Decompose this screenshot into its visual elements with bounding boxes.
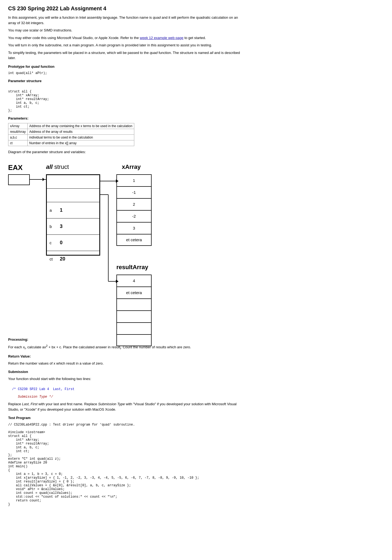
result-cell	[116, 298, 152, 310]
test-heading: Test Program	[8, 415, 241, 421]
intro-paragraph-5: To simplify testing, the parameters will…	[8, 50, 241, 61]
result-cell	[116, 310, 152, 322]
all-struct-label: all struct	[46, 163, 69, 170]
result-label: resultArray	[116, 264, 148, 271]
eax-label: EAX	[8, 163, 22, 172]
struct-row-b: b 3	[47, 218, 99, 235]
page-title: CS 230 Spring 2022 Lab Assignment 4	[8, 5, 241, 12]
xarray-cell: 1	[116, 174, 152, 186]
result-cell	[116, 334, 152, 346]
eax-box	[8, 174, 30, 185]
submission-code: /* CS230 SP22 Lab 4 Last, First Submissi…	[8, 384, 241, 399]
param-struct-heading: Parameter structure	[8, 78, 241, 84]
result-cell: et cetera	[116, 287, 152, 298]
xarray-cell: 2	[116, 198, 152, 210]
xarray-label: xArray	[122, 163, 141, 170]
table-row: a,b,cindividual terms to be used in the …	[8, 135, 134, 140]
xarray-box: 1-12-23et cetera	[116, 174, 152, 246]
params-heading: Parameters:	[8, 116, 241, 121]
table-row: xArrayAddress of the array containing th…	[8, 123, 134, 129]
intro-paragraph-4: You will turn in only the subroutine, no…	[8, 43, 241, 48]
struct-row-ct: ct 20	[47, 251, 99, 267]
struct-row-1	[47, 189, 99, 202]
submission-heading: Submission	[8, 369, 241, 375]
prototype-code: int quad(all* aPtr);	[8, 71, 241, 75]
week12-link[interactable]: week 12 example web page	[140, 36, 183, 40]
return-text: Return the number values of x which resu…	[8, 361, 241, 366]
struct-row-a: a 1	[47, 202, 99, 218]
struct-row-0	[47, 175, 99, 189]
prototype-heading: Prototype for quad function	[8, 64, 241, 69]
result-cell: 4	[116, 275, 152, 287]
xarray-cell: 3	[116, 222, 152, 234]
diagram-area: EAX all struct a 1 b 3 c 0 ct 20 xArray …	[8, 158, 241, 332]
result-cell	[116, 322, 152, 334]
test-code: // CS230Lab4SP22.cpp : Test driver progr…	[8, 423, 241, 506]
intro-paragraph-1: In this assignment, you will write a fun…	[8, 15, 241, 25]
table-row: ctNumber of entries in the x[] array	[8, 140, 134, 146]
params-table: xArrayAddress of the array containing th…	[8, 123, 134, 146]
struct-row-c: c 0	[47, 235, 99, 251]
xarray-cell: et cetera	[116, 234, 152, 246]
diagram-heading: Diagram of the parameter structure and v…	[8, 149, 241, 155]
submission-replace: Replace Last, First with your last and f…	[8, 401, 241, 412]
intro-paragraph-3: You may either code this using Microsoft…	[8, 35, 241, 41]
result-box: 4et cetera	[116, 275, 152, 346]
xarray-cell: -2	[116, 210, 152, 222]
param-struct-code: struct all { int* xArray; int* resultArr…	[8, 86, 241, 112]
all-struct-box: a 1 b 3 c 0 ct 20	[46, 174, 100, 256]
return-heading: Return Value:	[8, 354, 241, 359]
submission-text: Your function should start with the foll…	[8, 376, 241, 382]
xarray-cell: -1	[116, 186, 152, 198]
table-row: resultArrayAddress of the array of resul…	[8, 129, 134, 135]
intro-paragraph-2: You may use scalar or SIMD instructions.	[8, 28, 241, 33]
arrow-eax	[30, 179, 46, 180]
